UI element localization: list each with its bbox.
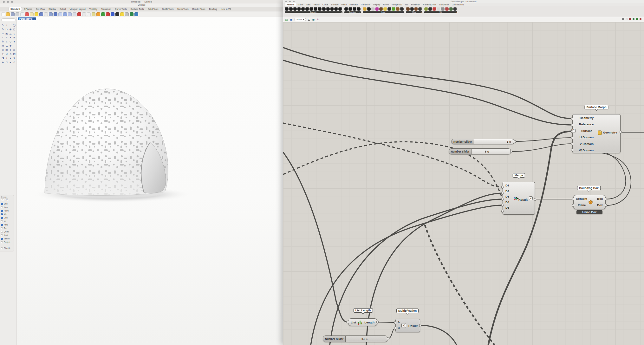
rhino-toolbar-tab[interactable]: Curve Tools	[114, 7, 128, 11]
tool-icon[interactable]: ↻	[1, 40, 5, 44]
print-icon[interactable]	[16, 12, 19, 16]
component-icon[interactable]	[293, 7, 297, 11]
environment-icon[interactable]	[115, 12, 119, 16]
eraser-icon[interactable]	[77, 12, 81, 16]
grasshopper-titlebar[interactable]: Grasshopper - unnamed	[283, 0, 644, 3]
rhino-toolbar-tab[interactable]: Mesh Tools	[176, 7, 190, 11]
osnap-filter-icon[interactable]: ▽	[5, 199, 8, 201]
layer-icon[interactable]	[92, 12, 95, 16]
grasshopper-menu-item[interactable]: Surface	[330, 3, 340, 6]
input-port-d5[interactable]	[501, 210, 504, 213]
component-group-bar[interactable]: Util▾	[424, 11, 457, 13]
lock-icon[interactable]	[87, 12, 91, 16]
component-group-bar[interactable]: Primitive▾	[344, 11, 361, 13]
input-port-u-domain[interactable]	[571, 136, 573, 139]
tool-icon[interactable]: □	[5, 60, 9, 64]
component-icon[interactable]	[357, 7, 361, 11]
component-icon[interactable]	[305, 7, 309, 11]
grasshopper-menu-item[interactable]: Rhino	[382, 3, 390, 6]
tool-icon[interactable]: ◨	[1, 56, 5, 60]
component-icon[interactable]	[414, 7, 418, 11]
component-icon[interactable]	[338, 7, 342, 11]
component-icon[interactable]	[367, 7, 371, 11]
tool-icon[interactable]: ✓	[1, 36, 5, 40]
merge-component[interactable]: D1D2D3D4D5 Result ▼	[503, 182, 535, 215]
input-port-d3[interactable]	[501, 198, 504, 201]
tool-icon[interactable]: ◈	[1, 60, 5, 64]
slider-knob-icon[interactable]: ○	[366, 337, 368, 341]
gumball-icon[interactable]	[96, 12, 100, 16]
tool-icon[interactable]: ♦	[9, 48, 12, 52]
component-icon[interactable]	[289, 7, 293, 11]
tool-search-input[interactable]	[1, 18, 16, 21]
component-icon[interactable]	[449, 7, 453, 11]
osnap-checkbox[interactable]	[1, 227, 3, 229]
rotate-icon[interactable]	[68, 12, 72, 16]
grasshopper-menu-item[interactable]: LunchBox	[438, 3, 450, 6]
zoom-window-icon[interactable]	[58, 12, 62, 16]
osnap-item[interactable]: End	[1, 202, 14, 205]
output-port-result[interactable]	[534, 198, 536, 201]
output-port-length[interactable]	[376, 321, 379, 323]
new-file-icon[interactable]	[1, 12, 5, 16]
grid-icon[interactable]	[73, 12, 76, 16]
list-length-component[interactable]: List Length	[348, 318, 377, 326]
component-icon[interactable]	[344, 7, 348, 11]
component-icon[interactable]	[353, 7, 356, 11]
osnap-item[interactable]: Tan	[1, 226, 14, 230]
rhino-toolbar-tab[interactable]: Standard	[9, 7, 22, 11]
component-icon[interactable]	[363, 7, 367, 11]
group-expand-icon[interactable]: ▾	[359, 11, 360, 13]
rhino-toolbar-tab[interactable]: Set View	[35, 7, 47, 11]
osnap-item[interactable]: Mid	[1, 212, 14, 216]
zoom-icon[interactable]	[54, 12, 57, 16]
osnap-checkbox[interactable]	[1, 224, 3, 226]
component-icon[interactable]	[375, 7, 379, 11]
grasshopper-menu-item[interactable]: Kangaroo2	[390, 3, 403, 6]
osnap-magnet-icon[interactable]: ⌕	[1, 199, 4, 201]
expand-tree-button[interactable]: ▼	[529, 196, 533, 200]
osnap-disable-checkbox[interactable]	[1, 247, 3, 249]
grasshopper-menu-item[interactable]: Maths	[296, 3, 305, 6]
input-port-d4[interactable]	[501, 204, 504, 207]
tool-icon[interactable]: ⊖	[9, 52, 12, 56]
tool-icon[interactable]: ≡	[5, 36, 9, 40]
osnap-item[interactable]: Vertex	[1, 237, 14, 240]
render-sphere-icon[interactable]	[106, 12, 110, 16]
slider-track[interactable]: 1 ◇	[474, 139, 514, 144]
undo-icon[interactable]	[39, 12, 43, 16]
component-icon[interactable]	[396, 7, 400, 11]
union-box-banner[interactable]: Union Box	[576, 210, 602, 214]
tool-icon[interactable]: ▷	[5, 27, 9, 31]
rhino-toolbar-tab[interactable]: Render Tools	[191, 7, 207, 11]
component-icon[interactable]	[392, 7, 395, 11]
grasshopper-menu-item[interactable]: Intersect	[348, 3, 359, 6]
hide-icon[interactable]	[82, 12, 86, 16]
group-expand-icon[interactable]: ▾	[402, 11, 403, 13]
rhino-titlebar[interactable]: Untitled — Edited	[0, 0, 283, 3]
tool-icon[interactable]: ◆	[9, 27, 12, 31]
tool-icon[interactable]: ◻	[12, 27, 16, 31]
tool-icon[interactable]: ∴	[12, 60, 16, 64]
slider-track[interactable]: 5 ◇	[472, 149, 511, 154]
tool-icon[interactable]: ◯	[12, 23, 16, 27]
slider-track[interactable]: 0.5 ○	[346, 336, 387, 342]
component-icon[interactable]	[348, 7, 352, 11]
component-icon[interactable]	[418, 7, 422, 11]
shade-sphere-icon[interactable]	[101, 12, 105, 16]
copy-icon[interactable]	[20, 12, 24, 16]
widget-dot-icon[interactable]	[622, 18, 624, 20]
osnap-item[interactable]: Knot	[1, 233, 14, 237]
tool-icon[interactable]: +	[5, 23, 9, 27]
input-port-d2[interactable]	[501, 192, 504, 195]
multiplication-component[interactable]: A B ✕ Result	[395, 319, 420, 332]
tool-icon[interactable]: ▼	[12, 56, 16, 60]
input-port-geometry[interactable]	[571, 117, 573, 120]
grasshopper-menu-item[interactable]: Mesh	[340, 3, 348, 6]
widget-dot-icon[interactable]	[626, 18, 628, 20]
widget-dot-icon[interactable]	[633, 18, 634, 20]
grasshopper-menu-item[interactable]: Display	[372, 3, 381, 6]
input-port-d1[interactable]	[501, 186, 504, 189]
component-icon[interactable]	[297, 7, 301, 11]
tool-icon[interactable]: ▽	[12, 31, 16, 36]
